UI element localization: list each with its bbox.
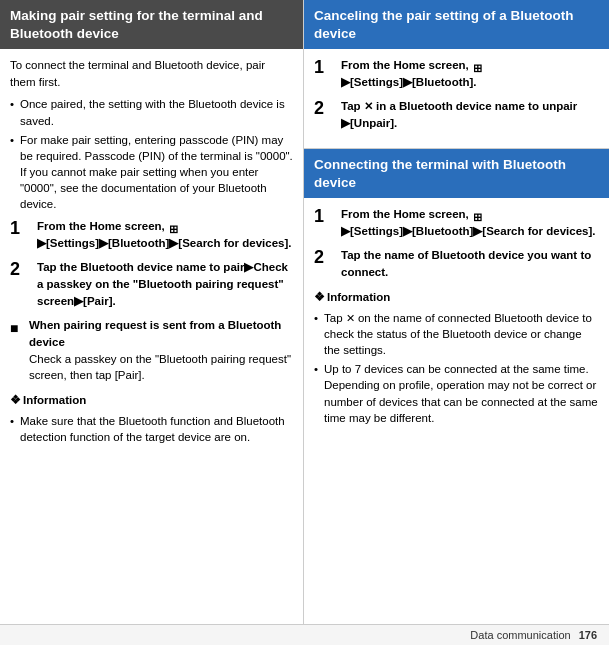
right-bottom-header: Connecting the terminal with Bluetooth d… (304, 149, 609, 198)
step-text: Tap ✕ in a Bluetooth device name to unpa… (341, 98, 599, 132)
info-section: Information Tap ✕ on the name of connect… (314, 289, 599, 426)
x-icon: ✕ (364, 99, 373, 115)
connect-step-2: 2 Tap the name of Bluetooth device you w… (314, 247, 599, 280)
step-number: 2 (10, 259, 30, 281)
step-2: 2 Tap the Bluetooth device name to pair▶… (10, 259, 293, 309)
list-item: For make pair setting, entering passcode… (10, 132, 293, 212)
step-1: 1 From the Home screen, ▶[Settings]▶[Blu… (10, 218, 293, 251)
step-number: 2 (314, 247, 334, 269)
page: Making pair setting for the terminal and… (0, 0, 609, 645)
square-bullet-icon: ■ (10, 318, 24, 338)
left-section-header: Making pair setting for the terminal and… (0, 0, 303, 49)
info-bullet-list: Tap ✕ on the name of connected Bluetooth… (314, 310, 599, 426)
right-bottom-content: 1 From the Home screen, ▶[Settings]▶[Blu… (304, 198, 609, 440)
right-top-section: Canceling the pair setting of a Bluetoot… (304, 0, 609, 148)
list-item: Once paired, the setting with the Blueto… (10, 96, 293, 128)
connect-step-1: 1 From the Home screen, ▶[Settings]▶[Blu… (314, 206, 599, 239)
step-text: Tap the name of Bluetooth device you wan… (341, 247, 599, 280)
cancel-step-1: 1 From the Home screen, ▶[Settings]▶[Blu… (314, 57, 599, 90)
info-header: Information (314, 289, 599, 306)
bullet-list: Once paired, the setting with the Blueto… (10, 96, 293, 212)
square-item: ■ When pairing request is sent from a Bl… (10, 317, 293, 384)
content-area: Making pair setting for the terminal and… (0, 0, 609, 624)
square-item-text: When pairing request is sent from a Blue… (29, 317, 293, 384)
list-item: Make sure that the Bluetooth function an… (10, 413, 293, 445)
list-item: Up to 7 devices can be connected at the … (314, 361, 599, 425)
x-icon: ✕ (346, 311, 355, 326)
intro-text: To connect the terminal and Bluetooth de… (10, 57, 293, 90)
cancel-step-2: 2 Tap ✕ in a Bluetooth device name to un… (314, 98, 599, 132)
right-top-content: 1 From the Home screen, ▶[Settings]▶[Blu… (304, 49, 609, 148)
step-text: Tap the Bluetooth device name to pair▶Ch… (37, 259, 293, 309)
right-column: Canceling the pair setting of a Bluetoot… (304, 0, 609, 624)
step-number: 1 (10, 218, 30, 240)
right-bottom-section: Connecting the terminal with Bluetooth d… (304, 149, 609, 440)
left-section-content: To connect the terminal and Bluetooth de… (0, 49, 303, 624)
step-text: From the Home screen, ▶[Settings]▶[Bluet… (37, 218, 293, 251)
step-text: From the Home screen, ▶[Settings]▶[Bluet… (341, 57, 599, 90)
footer: Data communication 176 (0, 624, 609, 645)
list-item: Tap ✕ on the name of connected Bluetooth… (314, 310, 599, 359)
step-text: From the Home screen, ▶[Settings]▶[Bluet… (341, 206, 599, 239)
step-number: 1 (314, 206, 334, 228)
info-bullet-list: Make sure that the Bluetooth function an… (10, 413, 293, 445)
step-number: 2 (314, 98, 334, 120)
info-header: Information (10, 392, 293, 409)
grid-icon (473, 60, 485, 72)
grid-icon (473, 209, 485, 221)
grid-icon (169, 221, 181, 233)
info-section: Information Make sure that the Bluetooth… (10, 392, 293, 445)
footer-page: 176 (579, 629, 597, 641)
footer-label: Data communication (470, 629, 570, 641)
right-top-header: Canceling the pair setting of a Bluetoot… (304, 0, 609, 49)
step-number: 1 (314, 57, 334, 79)
left-column: Making pair setting for the terminal and… (0, 0, 304, 624)
